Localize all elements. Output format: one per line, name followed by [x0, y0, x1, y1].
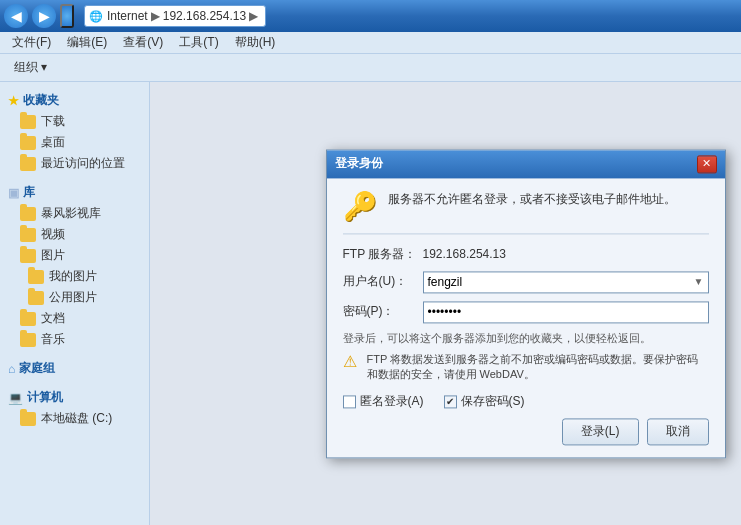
folder-icon [20, 312, 36, 326]
sidebar-item-recent-label: 最近访问的位置 [41, 155, 125, 172]
ftp-warning-text: FTP 将数据发送到服务器之前不加密或编码密码或数据。要保护密码和数据的安全，请… [367, 352, 709, 383]
sidebar-homegroup-section: ⌂ 家庭组 [4, 358, 145, 379]
dialog-title: 登录身份 [335, 155, 383, 172]
toolbar: 组织 ▾ [0, 54, 741, 82]
folder-icon [20, 228, 36, 242]
sidebar-favorites-header: ★ 收藏夹 [4, 90, 145, 111]
home-icon: ⌂ [8, 362, 15, 376]
explorer-window: ◀ ▶ 🌐 Internet ▶ 192.168.254.13 ▶ 文件(F) … [0, 0, 741, 525]
address-arrow-1: ▶ [151, 9, 160, 23]
folder-icon [20, 333, 36, 347]
title-bar: ◀ ▶ 🌐 Internet ▶ 192.168.254.13 ▶ [0, 0, 741, 32]
ftp-server-label: FTP 服务器： [343, 246, 423, 263]
sidebar-favorites-label: 收藏夹 [23, 92, 59, 109]
menu-edit[interactable]: 编辑(E) [59, 32, 115, 53]
password-row: 密码(P)： [343, 301, 709, 323]
login-button[interactable]: 登录(L) [562, 418, 639, 445]
sidebar-item-local-disk[interactable]: 本地磁盘 (C:) [4, 408, 145, 429]
folder-icon [20, 412, 36, 426]
dialog-buttons: 登录(L) 取消 [343, 418, 709, 445]
title-bar-left: ◀ ▶ 🌐 Internet ▶ 192.168.254.13 ▶ [4, 4, 266, 28]
save-password-box[interactable]: ✔ [444, 395, 457, 408]
ftp-warning-row: ⚠ FTP 将数据发送到服务器之前不加密或编码密码或数据。要保护密码和数据的安全… [343, 352, 709, 383]
dialog-warning-text: 服务器不允许匿名登录，或者不接受该电子邮件地址。 [388, 190, 676, 208]
sidebar-item-recent[interactable]: 最近访问的位置 [4, 153, 145, 174]
username-select[interactable]: fengzil ▼ [423, 271, 709, 293]
save-password-label: 保存密码(S) [461, 393, 525, 410]
computer-icon: 💻 [8, 391, 23, 405]
menu-bar: 文件(F) 编辑(E) 查看(V) 工具(T) 帮助(H) [0, 32, 741, 54]
sidebar-library-label: 库 [23, 184, 35, 201]
folder-icon [20, 249, 36, 263]
sidebar-library-section: ▣ 库 暴风影视库 视频 图片 我的图片 [4, 182, 145, 350]
folder-icon [28, 291, 44, 305]
sidebar: ★ 收藏夹 下载 桌面 最近访问的位置 ▣ [0, 82, 150, 525]
sidebar-computer-label: 计算机 [27, 389, 63, 406]
forward-button[interactable]: ▶ [32, 4, 56, 28]
warning-icon: ⚠ [343, 352, 361, 371]
sidebar-item-video-lib-label: 暴风影视库 [41, 205, 101, 222]
menu-file[interactable]: 文件(F) [4, 32, 59, 53]
sidebar-homegroup-header: ⌂ 家庭组 [4, 358, 145, 379]
organize-button[interactable]: 组织 ▾ [8, 57, 53, 78]
sidebar-computer-section: 💻 计算机 本地磁盘 (C:) [4, 387, 145, 429]
username-row: 用户名(U)： fengzil ▼ [343, 271, 709, 293]
dialog-warning-section: 🔑 服务器不允许匿名登录，或者不接受该电子邮件地址。 [343, 190, 709, 234]
address-text-ip: 192.168.254.13 [163, 9, 246, 23]
address-arrow-2: ▶ [249, 9, 258, 23]
sidebar-item-desktop-label: 桌面 [41, 134, 65, 151]
cancel-button[interactable]: 取消 [647, 418, 709, 445]
menu-view[interactable]: 查看(V) [115, 32, 171, 53]
sidebar-item-pictures[interactable]: 图片 [4, 245, 145, 266]
sidebar-item-video-lib[interactable]: 暴风影视库 [4, 203, 145, 224]
anonymous-login-checkbox[interactable]: 匿名登录(A) [343, 393, 424, 410]
sidebar-item-public-pictures-label: 公用图片 [49, 289, 97, 306]
folder-icon [28, 270, 44, 284]
key-icon: 🔑 [343, 190, 378, 223]
sidebar-item-download-label: 下载 [41, 113, 65, 130]
select-arrow-icon: ▼ [694, 276, 704, 287]
hint-text: 登录后，可以将这个服务器添加到您的收藏夹，以便轻松返回。 [343, 331, 709, 346]
sidebar-item-public-pictures[interactable]: 公用图片 [4, 287, 145, 308]
menu-tools[interactable]: 工具(T) [171, 32, 226, 53]
sidebar-item-docs-label: 文档 [41, 310, 65, 327]
sidebar-item-music-label: 音乐 [41, 331, 65, 348]
sidebar-homegroup-label: 家庭组 [19, 360, 55, 377]
folder-icon [20, 115, 36, 129]
sidebar-item-video[interactable]: 视频 [4, 224, 145, 245]
sidebar-item-pictures-label: 图片 [41, 247, 65, 264]
main-area: ★ 收藏夹 下载 桌面 最近访问的位置 ▣ [0, 82, 741, 525]
folder-icon [20, 136, 36, 150]
folder-icon [20, 157, 36, 171]
nav-dropdown-button[interactable] [60, 4, 74, 28]
password-label: 密码(P)： [343, 303, 423, 320]
sidebar-favorites-section: ★ 收藏夹 下载 桌面 最近访问的位置 [4, 90, 145, 174]
sidebar-item-music[interactable]: 音乐 [4, 329, 145, 350]
save-password-checkbox[interactable]: ✔ 保存密码(S) [444, 393, 525, 410]
menu-help[interactable]: 帮助(H) [227, 32, 284, 53]
back-button[interactable]: ◀ [4, 4, 28, 28]
sidebar-item-local-disk-label: 本地磁盘 (C:) [41, 410, 112, 427]
ftp-server-value: 192.168.254.13 [423, 247, 709, 261]
sidebar-item-my-pictures-label: 我的图片 [49, 268, 97, 285]
anonymous-login-label: 匿名登录(A) [360, 393, 424, 410]
sidebar-library-header: ▣ 库 [4, 182, 145, 203]
library-icon: ▣ [8, 186, 19, 200]
ftp-server-row: FTP 服务器： 192.168.254.13 [343, 246, 709, 263]
folder-icon [20, 207, 36, 221]
anonymous-login-box[interactable] [343, 395, 356, 408]
password-input[interactable] [423, 301, 709, 323]
sidebar-item-my-pictures[interactable]: 我的图片 [4, 266, 145, 287]
sidebar-item-desktop[interactable]: 桌面 [4, 132, 145, 153]
content-area: 登录身份 ✕ 🔑 服务器不允许匿名登录，或者不接受该电子邮件地址。 FTP 服务… [150, 82, 741, 525]
address-bar[interactable]: 🌐 Internet ▶ 192.168.254.13 ▶ [84, 5, 266, 27]
sidebar-item-download[interactable]: 下载 [4, 111, 145, 132]
globe-icon: 🌐 [89, 10, 103, 23]
star-icon: ★ [8, 94, 19, 108]
sidebar-item-video-label: 视频 [41, 226, 65, 243]
dialog-body: 🔑 服务器不允许匿名登录，或者不接受该电子邮件地址。 FTP 服务器： 192.… [327, 178, 725, 457]
sidebar-item-docs[interactable]: 文档 [4, 308, 145, 329]
username-value: fengzil [428, 275, 463, 289]
dialog-title-bar: 登录身份 ✕ [327, 150, 725, 178]
dialog-close-button[interactable]: ✕ [697, 155, 717, 173]
